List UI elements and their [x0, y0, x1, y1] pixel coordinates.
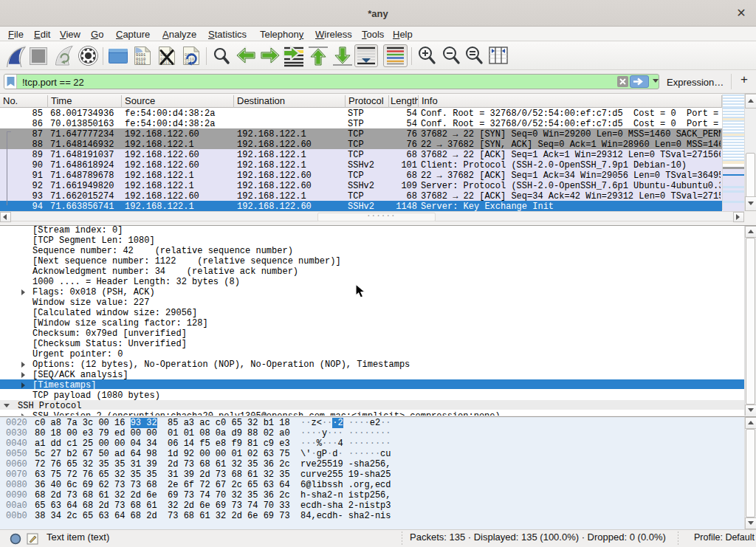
svg-text:0111: 0111	[136, 61, 146, 66]
